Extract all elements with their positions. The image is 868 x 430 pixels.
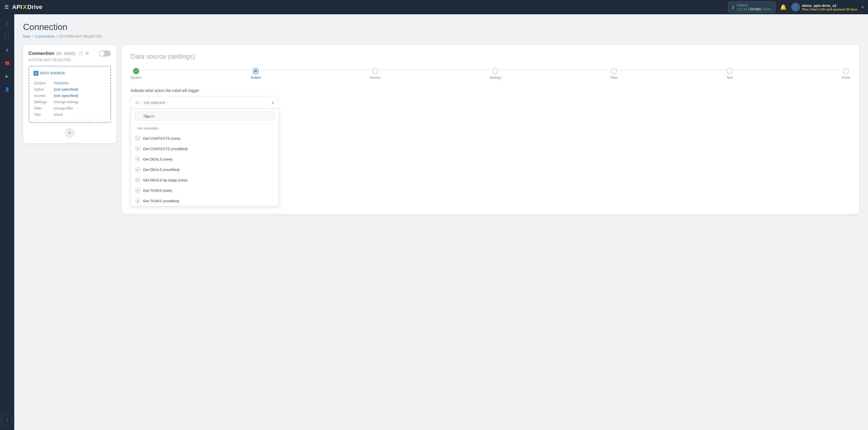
table-row: Filter change filter	[34, 105, 105, 111]
item-label-5: Get DEALS by stage (new)	[143, 178, 187, 182]
datasource-label-text: DATA SOURCE	[40, 71, 65, 75]
play-icon-6: ▶	[135, 188, 140, 193]
step-label-finish[interactable]: Finish	[842, 76, 850, 80]
step-label-test[interactable]: Test	[727, 76, 733, 80]
item-label-2: Get CONTACTS (modified)	[143, 147, 188, 151]
breadcrumb-connections[interactable]: Connections	[35, 34, 55, 38]
warning-icon: ⊙	[135, 100, 139, 105]
step-action: Action	[251, 68, 261, 80]
step-circle-filter	[611, 68, 617, 74]
breadcrumb-sep1: /	[32, 34, 33, 38]
toggle-switch[interactable]	[99, 51, 111, 57]
bell-icon[interactable]: 🔔	[780, 4, 787, 10]
settings-icon[interactable]: ⚙	[85, 51, 89, 56]
search-input[interactable]	[135, 112, 275, 120]
dropdown-item-tasks-new[interactable]: ▶ Get TASKS (new)	[131, 185, 279, 196]
item-label-6: Get TASKS (new)	[143, 188, 172, 193]
system-link[interactable]: Pipedrive	[54, 81, 69, 85]
user-plan: Plan | Start | left until payment 30 day…	[802, 8, 857, 11]
action-link[interactable]: (not specified)	[54, 87, 78, 91]
step-access: Access	[370, 68, 381, 80]
user-info: demo_apix-drive_s2 Plan | Start | left u…	[802, 4, 857, 11]
step-label-action[interactable]: Action	[251, 76, 261, 80]
sidebar-item-media[interactable]: ▶	[1, 70, 13, 82]
dropdown-item-deals-by-stage[interactable]: ▶ Get DEALS by stage (new)	[131, 175, 279, 185]
sidebar-item-home[interactable]: ⌂	[1, 18, 13, 30]
step-circle-finish	[843, 68, 849, 74]
datasource-table: System Pipedrive Action (not specified) …	[33, 80, 106, 118]
plan-prefix: Plan |	[802, 8, 810, 11]
table-row: Access (not specified)	[34, 93, 105, 98]
page-title: Connection	[23, 22, 859, 32]
sidebar-item-connections[interactable]: ⛶	[1, 31, 13, 43]
step-label-settings[interactable]: Settings	[490, 76, 501, 80]
row-label: Settings	[34, 99, 53, 105]
sidebar-item-tools[interactable]: 🧰	[1, 57, 13, 69]
step-filter: Filter	[610, 68, 618, 80]
plan-type: Start	[811, 8, 818, 11]
play-icon-7: ▶	[135, 198, 140, 203]
access-link[interactable]: (not specified)	[54, 94, 78, 98]
connection-card: Connection (ID: 38925) 📄 ⚙ SYSTEM NOT SE…	[23, 45, 116, 143]
plan-suffix: | left until payment	[818, 8, 845, 11]
test-link[interactable]: check	[54, 113, 63, 117]
add-btn-wrap: +	[29, 128, 111, 138]
row-label: Filter	[34, 105, 53, 111]
connection-card-id: (ID: 38925)	[57, 51, 76, 56]
step-finish: Finish	[842, 68, 850, 80]
row-label: Access	[34, 93, 53, 98]
menu-icon[interactable]: ☰	[4, 4, 9, 10]
step-label-filter[interactable]: Filter	[610, 76, 618, 80]
actions-label: Actions:	[737, 3, 771, 7]
filter-link[interactable]: change filter	[54, 106, 73, 110]
dropdown-selected[interactable]: ⊙ - not selected - ∧	[131, 96, 279, 109]
sidebar: ⌂ ⛶ $ 🧰 ▶ 👤 ?	[0, 14, 14, 430]
doc-icon[interactable]: 📄	[78, 51, 83, 56]
breadcrumb-main[interactable]: Main	[23, 34, 31, 38]
dropdown-menu: 🔍 - not selected - ▶ Get CONTACTS (new) …	[131, 109, 279, 206]
panel-title-text: Data source	[131, 53, 166, 60]
play-icon-4: ▶	[135, 167, 140, 172]
table-row: Test check	[34, 112, 105, 118]
table-row: Action (not specified)	[34, 87, 105, 92]
item-label-4: Get DEALS (modified)	[143, 168, 180, 172]
sidebar-item-billing[interactable]: $	[1, 44, 13, 56]
dropdown-item-deals-new[interactable]: ▶ Get DEALS (new)	[131, 154, 279, 164]
item-label-1: Get CONTACTS (new)	[143, 136, 180, 141]
system-not-selected-label: SYSTEM NOT SELECTED	[29, 58, 111, 62]
connection-card-header: Connection (ID: 38925) 📄 ⚙	[29, 51, 111, 57]
step-label-access[interactable]: Access	[370, 76, 381, 80]
dropdown-not-selected[interactable]: - not selected -	[131, 123, 279, 133]
table-row: Settings change settings	[34, 99, 105, 105]
chevron-down-icon[interactable]: ▾	[862, 5, 864, 9]
sidebar-item-help[interactable]: ?	[1, 414, 13, 427]
datasource-box: 1 DATA SOURCE System Pipedrive Action (n…	[29, 66, 111, 123]
add-button[interactable]: +	[65, 128, 75, 138]
row-label: System	[34, 80, 53, 86]
step-label-system[interactable]: System	[131, 76, 142, 80]
content-row: Connection (ID: 38925) 📄 ⚙ SYSTEM NOT SE…	[23, 45, 859, 214]
main-content: Connection Main / Connections / SYSTEM N…	[14, 14, 868, 430]
action-dropdown: ⊙ - not selected - ∧ 🔍 - not selected - …	[131, 96, 279, 206]
logo: API X Drive	[12, 4, 42, 11]
plan-days-label2: days	[850, 8, 857, 11]
dropdown-item-contacts-modified[interactable]: ▶ Get CONTACTS (modified)	[131, 144, 279, 154]
avatar: 👤	[791, 3, 800, 11]
app-header: ☰ API X Drive ℹ Actions: 25'144 / 50'000…	[0, 0, 868, 14]
play-icon-1: ▶	[135, 136, 140, 141]
user-name: demo_apix-drive_s2	[802, 4, 857, 8]
dropdown-item-deals-modified[interactable]: ▶ Get DEALS (modified)	[131, 164, 279, 175]
dropdown-item-tasks-modified[interactable]: ▶ Get TASKS (modified)	[131, 196, 279, 206]
step-test: Test	[727, 68, 733, 80]
item-label-3: Get DEALS (new)	[143, 157, 172, 161]
step-circle-test	[727, 68, 733, 74]
action-trigger-label: Indicate what action the robot will trig…	[131, 88, 850, 93]
settings-link[interactable]: change settings	[54, 100, 79, 104]
info-icon: ℹ	[732, 5, 734, 10]
dropdown-item-contacts-new[interactable]: ▶ Get CONTACTS (new)	[131, 133, 279, 144]
steps: ✓ System Action Access	[131, 68, 850, 80]
actions-used: 25'144	[737, 7, 747, 11]
actions-badge: ℹ Actions: 25'144 / 50'000 (50%)	[728, 1, 775, 13]
sidebar-item-profile[interactable]: 👤	[1, 84, 13, 95]
logo-x: X	[23, 4, 27, 11]
